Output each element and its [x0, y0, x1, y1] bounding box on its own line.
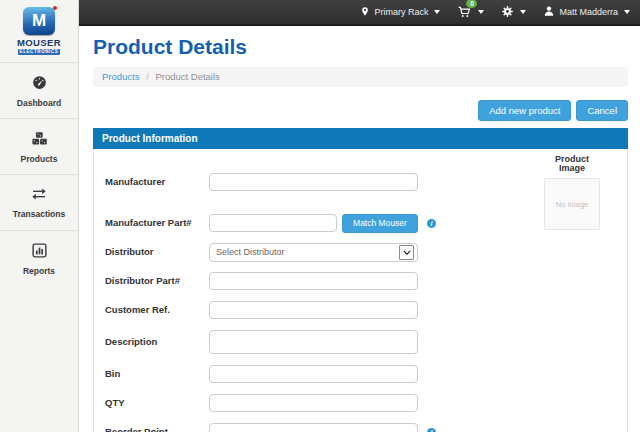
form-row-description: Description — [105, 330, 627, 354]
customer-ref-input[interactable] — [209, 301, 418, 319]
location-dropdown[interactable]: Primary Rack — [360, 5, 440, 20]
form-row-distributor: Distributor Select Distributor — [105, 243, 627, 261]
chevron-down-icon — [624, 10, 630, 14]
app-window: M MOUSER ELECTRONICS Dashboard — [0, 0, 640, 432]
cart-dropdown[interactable]: 0 — [457, 5, 484, 19]
info-icon[interactable]: i — [427, 219, 436, 228]
form-row-qty: QTY — [105, 394, 627, 412]
field-label: Description — [105, 337, 209, 347]
sidebar-item-label: Products — [21, 155, 58, 164]
field-label: QTY — [105, 398, 209, 408]
distributor-part-input[interactable] — [209, 272, 418, 290]
breadcrumb-current: Product Details — [155, 71, 219, 82]
manufacturer-input[interactable] — [209, 173, 418, 191]
breadcrumb-link-products[interactable]: Products — [102, 71, 140, 82]
chevron-down-icon — [520, 10, 526, 14]
manufacturer-part-input[interactable] — [209, 214, 337, 232]
sidebar-item-label: Reports — [23, 267, 55, 276]
product-image-block: Product Image No Image — [543, 155, 601, 230]
field-label: Reorder Point — [105, 427, 209, 432]
distributor-select[interactable]: Select Distributor — [209, 243, 418, 262]
brand-tagline: ELECTRONICS — [18, 49, 61, 56]
form-row-bin: Bin — [105, 365, 627, 383]
mouser-logo: M MOUSER ELECTRONICS — [0, 0, 78, 62]
page-actions: Add new product Cancel — [93, 100, 628, 121]
sidebar-item-label: Dashboard — [17, 99, 61, 108]
bin-input[interactable] — [209, 365, 418, 383]
field-label: Bin — [105, 369, 209, 379]
form-row-distributor-part: Distributor Part# — [105, 272, 627, 290]
match-mouser-button[interactable]: Match Mouser — [342, 214, 418, 233]
chevron-down-icon — [478, 10, 484, 14]
brand-name: MOUSER — [17, 38, 61, 48]
field-label: Customer Ref. — [105, 305, 209, 315]
arrows-swap-icon — [30, 186, 48, 206]
settings-dropdown[interactable] — [501, 5, 526, 20]
product-image-label: Product Image — [543, 155, 601, 173]
product-information-panel: Product Information Product Image No Ima… — [93, 128, 628, 432]
cart-badge: 0 — [466, 0, 477, 8]
form-row-reorder-point: Reorder Point i — [105, 423, 627, 432]
qty-input[interactable] — [209, 394, 418, 412]
gear-icon — [501, 5, 514, 20]
field-label: Distributor Part# — [105, 276, 209, 286]
cancel-button[interactable]: Cancel — [576, 100, 628, 121]
form-row-customer-ref: Customer Ref. — [105, 301, 627, 319]
user-icon — [543, 5, 555, 19]
sidebar-item-products[interactable]: Products — [0, 118, 78, 174]
sidebar-item-dashboard[interactable]: Dashboard — [0, 62, 78, 118]
breadcrumb-separator: / — [146, 71, 149, 82]
field-label: Manufacturer Part# — [105, 218, 209, 228]
main-content: Product Details Products / Product Detai… — [79, 26, 640, 432]
sidebar: M MOUSER ELECTRONICS Dashboard — [0, 0, 79, 432]
bar-chart-icon — [31, 242, 48, 263]
chevron-down-icon — [434, 10, 440, 14]
info-icon[interactable]: i — [427, 428, 436, 432]
boxes-icon — [31, 130, 48, 151]
sidebar-item-label: Transactions — [13, 210, 65, 219]
topbar: Primary Rack 0 — [79, 0, 640, 26]
panel-title: Product Information — [93, 128, 628, 149]
panel-body: Product Image No Image Manufacturer Manu… — [93, 149, 628, 432]
select-arrow-icon — [399, 245, 414, 260]
reorder-point-input[interactable] — [209, 423, 418, 432]
product-image-placeholder: No Image — [544, 178, 600, 230]
page-title: Product Details — [93, 34, 628, 60]
user-name: Matt Madderra — [559, 7, 618, 17]
user-menu[interactable]: Matt Madderra — [543, 5, 630, 19]
sidebar-item-reports[interactable]: Reports — [0, 230, 78, 286]
add-new-product-button[interactable]: Add new product — [478, 100, 571, 121]
no-image-text: No Image — [556, 200, 589, 209]
map-pin-icon — [360, 5, 370, 20]
sidebar-item-transactions[interactable]: Transactions — [0, 174, 78, 230]
field-label: Manufacturer — [105, 177, 209, 187]
gauge-icon — [31, 74, 48, 95]
location-label: Primary Rack — [374, 7, 428, 17]
cart-icon: 0 — [457, 5, 472, 19]
field-label: Distributor — [105, 247, 209, 257]
select-value: Select Distributor — [216, 247, 285, 257]
description-textarea[interactable] — [209, 330, 418, 354]
mouser-logo-icon: M — [23, 7, 55, 35]
breadcrumb: Products / Product Details — [93, 67, 628, 87]
